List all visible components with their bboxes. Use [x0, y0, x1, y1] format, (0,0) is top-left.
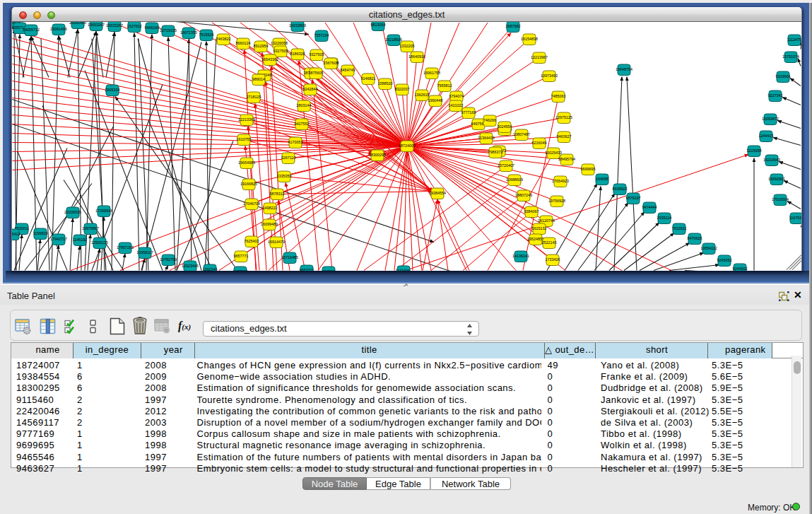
svg-text:9244502: 9244502: [733, 267, 748, 271]
svg-text:16154838: 16154838: [521, 37, 538, 41]
svg-text:23091406: 23091406: [50, 27, 67, 31]
svg-text:8454749: 8454749: [341, 68, 355, 72]
svg-text:18495794: 18495794: [558, 157, 575, 161]
svg-text:7986372: 7986372: [488, 150, 503, 154]
svg-text:2905334: 2905334: [105, 88, 120, 92]
svg-text:1362615: 1362615: [415, 93, 430, 97]
svg-text:3875605: 3875605: [309, 71, 324, 75]
svg-text:20206536: 20206536: [64, 210, 81, 214]
svg-text:9327505: 9327505: [273, 49, 288, 53]
svg-text:15716485: 15716485: [281, 255, 298, 259]
svg-text:7357234: 7357234: [314, 33, 329, 37]
svg-text:8912954: 8912954: [254, 44, 269, 48]
svg-text:7632621: 7632621: [672, 226, 687, 230]
svg-text:6879197: 6879197: [626, 196, 641, 200]
svg-text:12093872: 12093872: [762, 117, 779, 121]
svg-text:4170051: 4170051: [288, 140, 303, 144]
svg-text:164095: 164095: [596, 177, 608, 181]
svg-text:6216049: 6216049: [532, 141, 547, 145]
svg-text:16543362: 16543362: [261, 57, 278, 62]
svg-text:16533267: 16533267: [106, 23, 123, 28]
svg-text:10653267: 10653267: [88, 23, 105, 27]
svg-text:15720407: 15720407: [498, 163, 514, 168]
svg-text:7625402: 7625402: [245, 239, 259, 243]
svg-text:17957253: 17957253: [117, 245, 134, 250]
svg-text:2718129: 2718129: [247, 95, 261, 99]
svg-text:1156829: 1156829: [33, 231, 48, 235]
svg-text:18640910: 18640910: [408, 54, 425, 59]
svg-text:9227342: 9227342: [768, 93, 783, 98]
svg-text:10807487: 10807487: [513, 132, 530, 136]
svg-text:1990448: 1990448: [428, 98, 443, 103]
svg-text:16210643: 16210643: [763, 158, 780, 162]
svg-text:1292344: 1292344: [203, 267, 218, 271]
svg-text:19166825: 19166825: [240, 182, 257, 186]
svg-text:1615132: 1615132: [532, 226, 547, 230]
svg-text:8813054: 8813054: [371, 23, 386, 27]
svg-text:9657771: 9657771: [234, 254, 249, 258]
svg-text:16120746: 16120746: [538, 218, 555, 223]
svg-text:21364436: 21364436: [478, 136, 495, 140]
svg-text:9427552: 9427552: [295, 122, 310, 126]
svg-text:5878312: 5878312: [270, 192, 285, 196]
svg-text:14136141: 14136141: [512, 254, 529, 258]
svg-text:989014: 989014: [252, 77, 265, 81]
svg-text:1167539: 1167539: [789, 216, 801, 220]
svg-text:19218506: 19218506: [385, 37, 402, 42]
svg-text:8660124: 8660124: [236, 41, 251, 45]
svg-text:17654923: 17654923: [552, 179, 569, 183]
svg-text:20091406: 20091406: [69, 22, 86, 25]
svg-text:18724007: 18724007: [399, 144, 416, 148]
svg-text:1588520: 1588520: [378, 81, 393, 86]
svg-text:13226058: 13226058: [271, 41, 288, 45]
svg-text:19384554: 19384554: [429, 191, 446, 195]
svg-text:10688609: 10688609: [506, 177, 523, 182]
svg-text:9384067: 9384067: [524, 209, 539, 214]
svg-text:9463627: 9463627: [557, 134, 572, 139]
svg-text:7485063: 7485063: [551, 94, 566, 98]
svg-text:6794074: 6794074: [449, 94, 464, 98]
svg-text:16033809: 16033809: [289, 23, 306, 28]
svg-text:9699695: 9699695: [581, 167, 596, 171]
svg-text:9777169: 9777169: [461, 110, 476, 115]
svg-text:2687682: 2687682: [506, 24, 521, 28]
svg-text:10025433: 10025433: [545, 151, 562, 155]
svg-text:17016504: 17016504: [772, 197, 789, 201]
svg-text:1112475: 1112475: [787, 37, 801, 42]
svg-text:17046708: 17046708: [243, 201, 260, 206]
svg-text:8322037: 8322037: [395, 87, 410, 91]
svg-text:3915412: 3915412: [12, 232, 20, 236]
svg-text:17359934: 17359934: [95, 209, 112, 213]
svg-text:14055712: 14055712: [23, 28, 40, 32]
svg-text:9657771: 9657771: [300, 268, 314, 271]
svg-text:10654112: 10654112: [700, 246, 717, 250]
svg-text:19654983: 19654983: [238, 160, 255, 165]
svg-text:8186328: 8186328: [290, 52, 305, 56]
svg-text:10958117: 10958117: [136, 250, 153, 255]
svg-text:1335359: 1335359: [277, 174, 292, 178]
svg-text:15692901: 15692901: [768, 177, 785, 181]
svg-text:3215958: 3215958: [747, 148, 762, 153]
svg-text:16961758: 16961758: [423, 71, 440, 75]
svg-text:12213369: 12213369: [238, 117, 255, 122]
svg-text:746266: 746266: [483, 118, 496, 122]
svg-text:16099489: 16099489: [261, 222, 278, 226]
svg-text:19756928: 19756928: [548, 199, 565, 203]
svg-text:1421022: 1421022: [449, 103, 464, 107]
svg-text:2935114: 2935114: [657, 216, 672, 220]
svg-text:3024554: 3024554: [498, 124, 512, 129]
svg-text:16648754: 16648754: [616, 67, 632, 71]
svg-text:2367608: 2367608: [324, 61, 339, 65]
svg-text:8938923: 8938923: [613, 187, 628, 191]
svg-text:15751074: 15751074: [782, 54, 799, 59]
svg-text:18300295: 18300295: [369, 153, 386, 157]
svg-text:7955812: 7955812: [437, 83, 452, 88]
svg-text:2522140: 2522140: [542, 240, 557, 245]
svg-text:1332205: 1332205: [400, 44, 415, 48]
svg-text:9146821: 9146821: [361, 76, 376, 81]
svg-text:12505135: 12505135: [91, 240, 108, 245]
svg-text:12975125: 12975125: [555, 115, 572, 119]
svg-text:10719155: 10719155: [160, 28, 177, 33]
svg-text:9242844: 9242844: [303, 87, 318, 91]
svg-text:19975867: 19975867: [82, 226, 99, 230]
